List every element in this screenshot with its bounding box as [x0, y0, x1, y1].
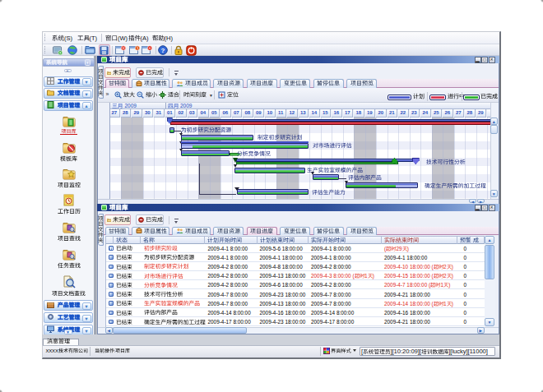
svg-text:?: ? [160, 47, 165, 54]
